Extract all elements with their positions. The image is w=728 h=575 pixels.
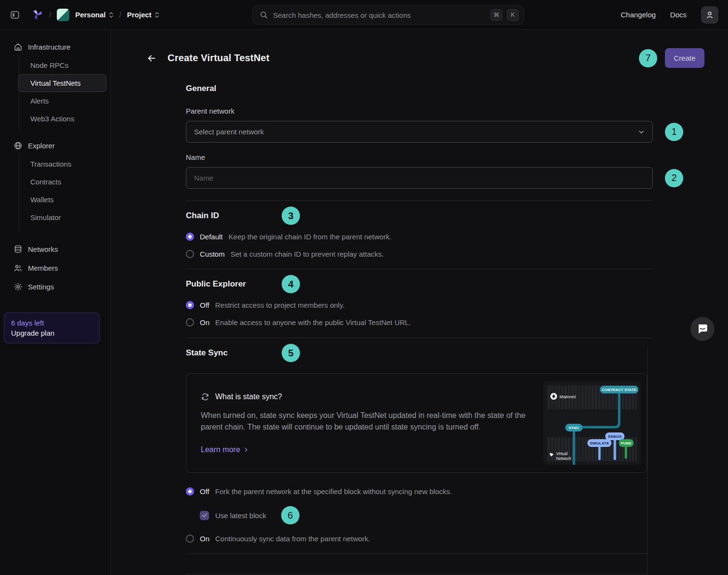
panel-toggle-icon	[10, 10, 20, 20]
annotation-badge-2: 2	[665, 169, 683, 187]
cmd-key-badge: ⌘	[491, 9, 502, 21]
sidebar-group-explorer[interactable]: Explorer	[13, 141, 106, 150]
sort-chevrons-icon	[109, 11, 114, 19]
annotation-badge-7: 7	[639, 49, 657, 67]
person-icon	[705, 10, 715, 20]
create-button[interactable]: Create	[665, 48, 704, 68]
chain-id-heading: Chain ID 3	[186, 211, 653, 221]
topbar: / Personal / Project Search h	[0, 0, 728, 30]
breadcrumb-project-switcher[interactable]: Project	[127, 11, 159, 19]
chevron-right-icon	[243, 447, 249, 453]
sidebar-item-wallets[interactable]: Wallets	[24, 191, 106, 209]
state-sync-option-on[interactable]: On Continuously sync data from the paren…	[186, 535, 647, 543]
radio-sync-off[interactable]	[186, 487, 194, 496]
svg-text:Virtual: Virtual	[556, 451, 568, 456]
changelog-link[interactable]: Changelog	[621, 11, 656, 19]
home-icon	[13, 42, 23, 52]
sidebar-group-label: Infrastructure	[28, 43, 70, 51]
breadcrumb-separator: /	[49, 11, 51, 19]
k-key-badge: K	[507, 9, 519, 21]
radio-sync-on[interactable]	[186, 535, 194, 543]
use-latest-block-checkbox[interactable]	[200, 511, 209, 520]
main-content: Create Virtual TestNet 7 Create General …	[111, 30, 728, 575]
upgrade-plan-banner[interactable]: 6 days left Upgrade plan	[4, 313, 100, 343]
sidebar-item-settings[interactable]: Settings	[13, 277, 106, 296]
svg-text:FUND: FUND	[621, 441, 631, 445]
globe-icon	[13, 141, 23, 150]
use-latest-block-row[interactable]: Use latest block 6	[200, 506, 647, 524]
trial-days-left: 6 days left	[11, 319, 92, 327]
chat-widget-button[interactable]	[690, 317, 715, 341]
state-sync-heading: State Sync 5	[186, 348, 647, 358]
back-button[interactable]	[146, 53, 157, 64]
parent-network-label: Parent network	[186, 107, 653, 115]
page-title: Create Virtual TestNet	[168, 52, 270, 64]
general-heading: General	[186, 84, 653, 93]
name-label: Name	[186, 153, 653, 161]
svg-text:Mainnet: Mainnet	[559, 394, 576, 399]
gear-icon	[13, 282, 23, 291]
svg-text:SYNC: SYNC	[569, 426, 579, 430]
state-sync-option-off[interactable]: Off Fork the parent network at the speci…	[186, 487, 647, 496]
radio-default[interactable]	[186, 233, 194, 241]
sidebar-item-web3-actions[interactable]: Web3 Actions	[24, 110, 106, 128]
refresh-icon	[201, 392, 209, 401]
info-card-title: What is state sync?	[215, 392, 282, 401]
sidebar-link-label: Members	[28, 264, 58, 272]
chain-id-option-custom[interactable]: Custom Set a custom chain ID to prevent …	[186, 250, 653, 258]
annotation-badge-6: 6	[281, 506, 299, 524]
parent-network-placeholder: Select parent network	[194, 128, 638, 136]
sidebar-item-transactions[interactable]: Transactions	[24, 155, 106, 173]
parent-network-select[interactable]: Select parent network	[186, 121, 653, 143]
state-sync-illustration: Mainnet CONTRACT STATE SYNC SIMULATE DEB…	[543, 381, 641, 465]
arrow-left-icon	[146, 53, 157, 64]
project-avatar	[57, 9, 69, 21]
svg-text:Network: Network	[556, 456, 572, 461]
sidebar-item-node-rpcs[interactable]: Node RPCs	[24, 56, 106, 74]
breadcrumb-org-label: Personal	[75, 11, 105, 19]
search-placeholder: Search hashes, addresses or quick action…	[273, 11, 486, 19]
search-icon	[260, 11, 268, 19]
chevron-down-icon	[638, 129, 645, 135]
sidebar-item-members[interactable]: Members	[13, 259, 106, 277]
upgrade-plan-label: Upgrade plan	[11, 329, 92, 337]
search-input[interactable]: Search hashes, addresses or quick action…	[252, 5, 524, 25]
sidebar-group-infrastructure[interactable]: Infrastructure	[13, 42, 106, 52]
breadcrumb-separator: /	[119, 11, 121, 19]
tenderly-logo[interactable]	[31, 9, 43, 21]
chat-bubble-icon	[696, 323, 709, 335]
members-icon	[13, 263, 23, 273]
sidebar-item-networks[interactable]: Networks	[13, 240, 106, 259]
breadcrumb-project-label: Project	[127, 11, 152, 19]
state-sync-info-card: What is state sync? When turned on, stat…	[186, 373, 647, 473]
info-card-body: When turned on, state sync keeps your Vi…	[201, 410, 526, 433]
name-input[interactable]	[186, 167, 653, 189]
sidebar-item-virtual-testnets[interactable]: Virtual TestNets	[18, 74, 106, 92]
radio-explorer-on[interactable]	[186, 318, 194, 327]
learn-more-link[interactable]: Learn more	[201, 445, 249, 454]
public-explorer-option-off[interactable]: Off Restrict access to project members o…	[186, 301, 653, 309]
sidebar: Infrastructure Node RPCs Virtual TestNet…	[0, 30, 111, 575]
sidebar-group-label: Explorer	[28, 142, 55, 150]
chain-id-option-default[interactable]: Default Keep the original chain ID from …	[186, 233, 653, 241]
docs-link[interactable]: Docs	[670, 11, 687, 19]
breadcrumb-org-switcher[interactable]: Personal	[75, 11, 113, 19]
sidebar-item-contracts[interactable]: Contracts	[24, 173, 106, 191]
sidebar-link-label: Networks	[28, 245, 58, 253]
radio-explorer-off[interactable]	[186, 301, 194, 309]
sidebar-toggle-button[interactable]	[10, 10, 20, 20]
use-latest-block-label: Use latest block	[215, 511, 266, 520]
radio-custom[interactable]	[186, 250, 194, 258]
sidebar-item-alerts[interactable]: Alerts	[24, 92, 106, 110]
svg-text:DEBUG: DEBUG	[608, 434, 622, 439]
public-explorer-option-on[interactable]: On Enable access to anyone with the publ…	[186, 318, 653, 327]
svg-text:SIMULATE: SIMULATE	[590, 441, 609, 445]
sidebar-item-simulator[interactable]: Simulator	[24, 209, 106, 226]
public-explorer-heading: Public Explorer 4	[186, 279, 653, 289]
annotation-badge-3: 3	[282, 207, 300, 225]
svg-text:CONTRACT STATE: CONTRACT STATE	[602, 388, 637, 392]
sidebar-link-label: Settings	[28, 283, 54, 291]
annotation-badge-5: 5	[282, 344, 300, 362]
database-icon	[13, 245, 23, 254]
user-avatar-button[interactable]	[701, 6, 718, 24]
